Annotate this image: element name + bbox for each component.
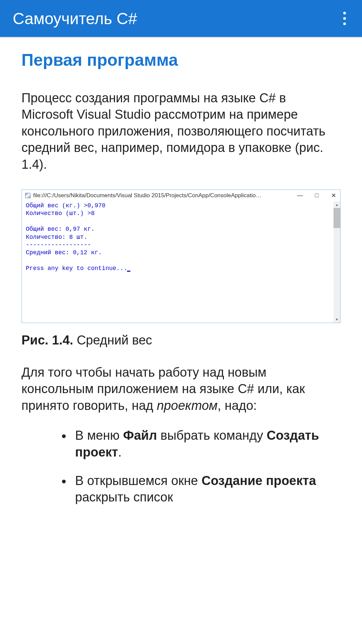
italic-term: проектом	[157, 398, 218, 413]
scroll-down-icon[interactable]: ▾	[334, 316, 340, 323]
close-button[interactable]: ✕	[330, 192, 337, 199]
cursor-icon	[127, 271, 130, 272]
console-line: Общий вес (кг.) >0,970	[26, 202, 329, 210]
bold-term: Создание проекта	[201, 474, 316, 488]
console-output: Общий вес (кг.) >0,970 Количество (шт.) …	[22, 201, 334, 323]
console-line: Средний вес: 0,12 кг.	[26, 249, 329, 257]
content-area: Первая программа Процесс создания програ…	[0, 37, 362, 531]
body-paragraph: Для того чтобы начать работу над новым к…	[21, 364, 341, 414]
scroll-thumb[interactable]	[334, 208, 340, 228]
console-line: Количество (шт.) >8	[26, 210, 329, 217]
steps-list: В меню Файл выбрать команду Создать прое…	[21, 427, 341, 506]
caption-text: Средний вес	[73, 333, 152, 347]
page-title: Первая программа	[21, 50, 341, 70]
console-titlebar: file:///C:/Users/Nikita/Documents/Visual…	[22, 190, 340, 201]
console-app-icon	[25, 193, 31, 198]
list-item: В меню Файл выбрать команду Создать прое…	[72, 427, 341, 461]
console-line: Общий вес: 0,97 кг.	[26, 225, 329, 233]
window-controls: — □ ✕	[297, 192, 337, 199]
intro-paragraph: Процесс создания программы на языке C# в…	[21, 90, 341, 173]
vertical-scrollbar[interactable]: ▴ ▾	[334, 201, 340, 323]
app-header: Самоучитель C#	[0, 0, 362, 37]
menu-dot-icon	[343, 17, 346, 20]
scroll-track	[334, 228, 340, 316]
scroll-up-icon[interactable]: ▴	[334, 201, 340, 208]
menu-dot-icon	[343, 12, 346, 14]
minimize-button[interactable]: —	[297, 192, 303, 199]
console-line	[26, 257, 329, 265]
caption-label: Рис. 1.4.	[21, 333, 73, 347]
figure-caption: Рис. 1.4. Средний вес	[21, 333, 341, 347]
console-line: Press any key to continue...	[26, 265, 329, 272]
menu-button[interactable]	[340, 8, 349, 29]
console-window-figure: file:///C:/Users/Nikita/Documents/Visual…	[21, 190, 341, 323]
console-line	[26, 218, 329, 225]
bold-term: Файл	[123, 428, 157, 442]
maximize-button[interactable]: □	[313, 192, 320, 199]
menu-dot-icon	[343, 22, 346, 25]
console-line: ------------------	[26, 241, 329, 249]
console-line: Количество: 8 шт.	[26, 233, 329, 241]
app-title: Самоучитель C#	[13, 9, 137, 28]
console-title-text: file:///C:/Users/Nikita/Documents/Visual…	[33, 192, 297, 199]
list-item: В открывшемся окне Создание проекта раск…	[72, 473, 341, 506]
